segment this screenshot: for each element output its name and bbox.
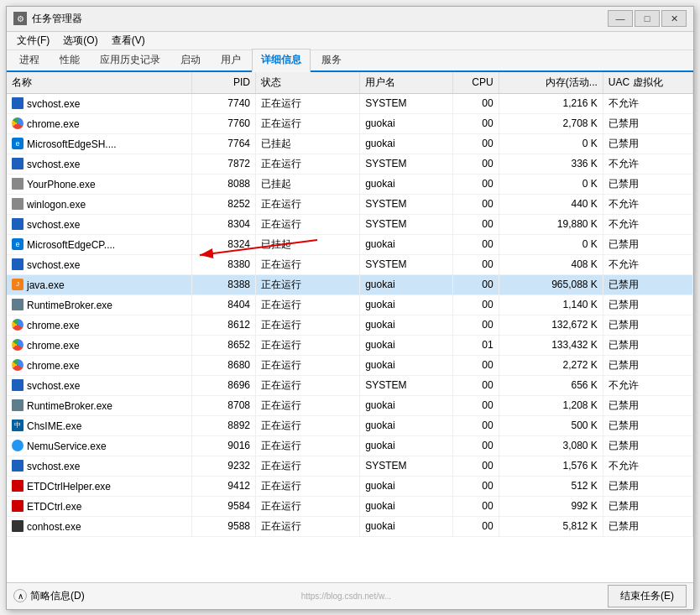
cell-cpu: 00 <box>452 395 499 415</box>
menu-view[interactable]: 查看(V) <box>105 32 152 50</box>
tab-app-history[interactable]: 应用历史记录 <box>91 49 170 70</box>
cell-status: 正在运行 <box>256 315 360 335</box>
cell-user: guokai <box>360 234 452 254</box>
col-header-name[interactable]: 名称 <box>7 72 192 94</box>
cell-mem: 408 K <box>499 254 603 274</box>
cell-pid: 9584 <box>192 496 256 516</box>
cell-mem: 0 K <box>499 234 603 254</box>
cell-pid: 8680 <box>192 355 256 375</box>
content-area: 名称 PID 状态 用户名 CPU 内存(活动... UAC 虚拟化 svcho… <box>7 72 693 582</box>
cell-status: 正在运行 <box>256 113 360 133</box>
table-row[interactable]: svchost.exe9232正在运行SYSTEM001,576 K不允许 <box>7 456 693 476</box>
cell-status: 正在运行 <box>256 476 360 496</box>
col-header-user[interactable]: 用户名 <box>360 72 452 94</box>
cell-cpu: 00 <box>452 234 499 254</box>
table-row[interactable]: svchost.exe7872正在运行SYSTEM00336 K不允许 <box>7 154 693 174</box>
col-header-cpu[interactable]: CPU <box>452 72 499 94</box>
cell-cpu: 00 <box>452 516 499 536</box>
col-header-mem[interactable]: 内存(活动... <box>499 72 603 94</box>
col-header-pid[interactable]: PID <box>192 72 256 94</box>
cell-uac: 已禁用 <box>603 133 692 154</box>
cell-mem: 1,576 K <box>499 456 603 476</box>
cell-status: 正在运行 <box>256 154 360 174</box>
cell-mem: 1,140 K <box>499 294 603 315</box>
cell-status: 正在运行 <box>256 415 360 435</box>
table-row[interactable]: svchost.exe8304正在运行SYSTEM0019,880 K不允许 <box>7 214 693 234</box>
table-row[interactable]: svchost.exe7740正在运行SYSTEM001,216 K不允许 <box>7 93 693 113</box>
table-row[interactable]: winlogon.exe8252正在运行SYSTEM00440 K不允许 <box>7 194 693 214</box>
table-row[interactable]: eMicrosoftEdgeCP....8324已挂起guokai000 K已禁… <box>7 234 693 254</box>
tab-performance[interactable]: 性能 <box>50 49 89 70</box>
cell-user: guokai <box>360 435 452 456</box>
tab-processes[interactable]: 进程 <box>10 49 49 70</box>
cell-user: guokai <box>360 476 452 496</box>
minimize-button[interactable]: — <box>608 10 633 27</box>
tab-users[interactable]: 用户 <box>212 49 250 70</box>
table-row[interactable]: YourPhone.exe8088已挂起guokai000 K已禁用 <box>7 174 693 194</box>
cell-uac: 不允许 <box>603 456 692 476</box>
cell-mem: 2,272 K <box>499 355 603 375</box>
cell-uac: 已禁用 <box>603 355 692 375</box>
cell-pid: 8380 <box>192 254 256 274</box>
status-bar: ∧ 简略信息(D) https://blog.csdn.net/w... 结束任… <box>7 582 693 609</box>
tab-services[interactable]: 服务 <box>312 49 351 70</box>
table-row[interactable]: chrome.exe8680正在运行guokai002,272 K已禁用 <box>7 355 693 375</box>
process-table-body: svchost.exe7740正在运行SYSTEM001,216 K不允许chr… <box>7 93 693 536</box>
cell-uac: 已禁用 <box>603 476 692 496</box>
table-row[interactable]: svchost.exe8696正在运行SYSTEM00656 K不允许 <box>7 375 693 395</box>
cell-status: 已挂起 <box>256 234 360 254</box>
cell-user: guokai <box>360 133 452 154</box>
cell-user: guokai <box>360 315 452 335</box>
cell-user: guokai <box>360 113 452 133</box>
cell-mem: 336 K <box>499 154 603 174</box>
table-row[interactable]: chrome.exe8612正在运行guokai00132,672 K已禁用 <box>7 315 693 335</box>
process-table-container[interactable]: 名称 PID 状态 用户名 CPU 内存(活动... UAC 虚拟化 svcho… <box>7 72 693 582</box>
menu-options[interactable]: 选项(O) <box>56 32 104 50</box>
end-task-button[interactable]: 结束任务(E) <box>608 585 687 607</box>
table-row[interactable]: Jjava.exe8388正在运行guokai00965,088 K已禁用 <box>7 274 693 294</box>
cell-cpu: 00 <box>452 154 499 174</box>
cell-user: guokai <box>360 335 452 355</box>
summary-toggle[interactable]: ∧ 简略信息(D) <box>13 589 85 603</box>
tab-startup[interactable]: 启动 <box>171 49 210 70</box>
table-row[interactable]: RuntimeBroker.exe8708正在运行guokai001,208 K… <box>7 395 693 415</box>
cell-cpu: 01 <box>452 335 499 355</box>
cell-uac: 已禁用 <box>603 315 692 335</box>
tab-details[interactable]: 详细信息 <box>252 49 311 72</box>
cell-uac: 已禁用 <box>603 395 692 415</box>
cell-user: guokai <box>360 355 452 375</box>
cell-mem: 965,088 K <box>499 274 603 294</box>
cell-name: svchost.exe <box>7 375 192 395</box>
cell-mem: 1,216 K <box>499 93 603 113</box>
table-row[interactable]: ETDCtrlHelper.exe9412正在运行guokai00512 K已禁… <box>7 476 693 496</box>
cell-cpu: 00 <box>452 254 499 274</box>
cell-pid: 8304 <box>192 214 256 234</box>
cell-user: SYSTEM <box>360 93 452 113</box>
col-header-status[interactable]: 状态 <box>256 72 360 94</box>
table-row[interactable]: RuntimeBroker.exe8404正在运行guokai001,140 K… <box>7 294 693 315</box>
table-row[interactable]: NemuService.exe9016正在运行guokai003,080 K已禁… <box>7 435 693 456</box>
cell-cpu: 00 <box>452 174 499 194</box>
table-row[interactable]: 中ChsIME.exe8892正在运行guokai00500 K已禁用 <box>7 415 693 435</box>
table-row[interactable]: chrome.exe8652正在运行guokai01133,432 K已禁用 <box>7 335 693 355</box>
menu-file[interactable]: 文件(F) <box>10 32 56 50</box>
cell-uac: 不允许 <box>603 214 692 234</box>
table-row[interactable]: ETDCtrl.exe9584正在运行guokai00992 K已禁用 <box>7 496 693 516</box>
cell-uac: 不允许 <box>603 375 692 395</box>
cell-user: guokai <box>360 294 452 315</box>
cell-pid: 9232 <box>192 456 256 476</box>
cell-pid: 7872 <box>192 154 256 174</box>
maximize-button[interactable]: □ <box>635 10 660 27</box>
cell-pid: 9016 <box>192 435 256 456</box>
table-row[interactable]: svchost.exe8380正在运行SYSTEM00408 K不允许 <box>7 254 693 274</box>
table-row[interactable]: eMicrosoftEdgeSH....7764已挂起guokai000 K已禁… <box>7 133 693 154</box>
cell-status: 正在运行 <box>256 516 360 536</box>
cell-cpu: 00 <box>452 415 499 435</box>
table-row[interactable]: conhost.exe9588正在运行guokai005,812 K已禁用 <box>7 516 693 536</box>
table-row[interactable]: chrome.exe7760正在运行guokai002,708 K已禁用 <box>7 113 693 133</box>
col-header-uac[interactable]: UAC 虚拟化 <box>603 72 692 94</box>
close-button[interactable]: ✕ <box>661 10 687 27</box>
cell-mem: 5,812 K <box>499 516 603 536</box>
cell-user: guokai <box>360 516 452 536</box>
cell-cpu: 00 <box>452 214 499 234</box>
